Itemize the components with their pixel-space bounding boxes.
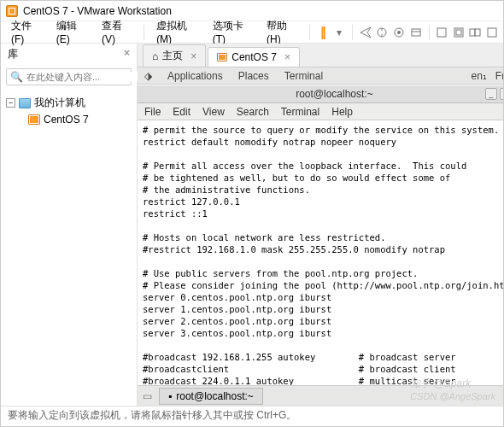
vm-icon [217,53,227,61]
separator [429,25,430,40]
svg-rect-8 [475,29,480,36]
gnome-apps[interactable]: Applications [167,70,223,82]
separator [309,25,310,40]
svg-point-2 [397,31,401,34]
close-icon[interactable]: × [124,47,130,61]
tree-root[interactable]: − 我的计算机 [6,94,132,112]
separator [352,25,353,40]
terminal-icon: ▪ [168,390,172,402]
gnome-topbar: ⬗ Applications Places Terminal en₁ Fri 1… [138,67,504,85]
view2-icon[interactable] [451,24,466,41]
terminal-title: root@localhost:~ [296,88,373,100]
status-bar: 要将输入定向到该虚拟机，请将鼠标指针移入其中或按 Ctrl+G。 [1,406,503,424]
computer-icon [19,98,31,108]
term-menu-view[interactable]: View [202,106,225,118]
tab-vm-label: CentOS 7 [231,51,277,63]
dropdown-icon[interactable]: ▾ [331,24,347,41]
home-icon: ⌂ [152,50,158,62]
window-title: CentOS 7 - VMware Workstation [23,5,172,17]
tree-vm[interactable]: CentOS 7 [6,112,132,127]
terminal-menubar: File Edit View Search Terminal Help [138,103,504,120]
tab-vm[interactable]: CentOS 7 × [208,47,300,67]
collapse-icon[interactable]: − [6,98,15,108]
view1-icon[interactable] [434,24,449,41]
gnome-terminal[interactable]: Terminal [284,70,323,82]
view3-icon[interactable] [468,24,483,41]
vm-icon [28,114,40,125]
tree-root-label: 我的计算机 [34,96,85,110]
fullscreen-icon[interactable] [484,24,500,41]
separator [144,25,144,40]
term-menu-search[interactable]: Search [237,106,269,118]
tree-vm-label: CentOS 7 [44,114,89,126]
tab-home-label: 主页 [162,49,183,63]
manage-icon[interactable] [408,24,424,41]
gnome-taskbar: ▭ ▪ root@localhost:~ [138,385,504,406]
app-icon [6,5,18,17]
app-menubar: 文件(F) 编辑(E) 查看(V) 虚拟机(M) 选项卡(T) 帮助(H) ||… [1,21,503,44]
tab-home[interactable]: ⌂ 主页 × [143,44,206,67]
gnome-lang[interactable]: en₁ [471,70,486,82]
gnome-time: Fri 12: [495,70,504,82]
library-search[interactable]: 🔍 ▼ [6,68,132,85]
vm-panel: ⌂ 主页 × CentOS 7 × ⬗ Applications Places … [138,44,504,406]
send-icon[interactable] [358,24,373,41]
terminal-titlebar: root@localhost:~ _ □ × [138,85,504,103]
terminal-content[interactable]: # permit the source to query or modify t… [138,120,504,385]
gnome-places[interactable]: Places [238,70,269,82]
search-input[interactable] [26,72,144,82]
taskbar-app-label: root@localhost:~ [176,390,254,402]
library-header: 库 [8,47,18,61]
show-desktop-icon[interactable]: ▭ [143,390,152,402]
pause-button[interactable]: || [315,24,331,41]
snapshot-icon[interactable] [375,24,390,41]
term-menu-file[interactable]: File [144,106,161,118]
close-icon[interactable]: × [284,51,290,63]
svg-rect-6 [456,30,461,35]
maximize-icon[interactable]: □ [500,88,504,100]
minimize-icon[interactable]: _ [485,88,497,100]
tab-bar: ⌂ 主页 × CentOS 7 × [138,44,504,67]
library-tree: − 我的计算机 CentOS 7 [1,89,137,132]
library-panel: 库× 🔍 ▼ − 我的计算机 CentOS 7 [1,44,138,406]
status-text: 要将输入定向到该虚拟机，请将鼠标指针移入其中或按 Ctrl+G。 [8,408,296,423]
svg-rect-4 [437,28,446,37]
search-icon: 🔍 [10,71,23,83]
term-menu-terminal[interactable]: Terminal [281,106,319,118]
gnome-activities-icon[interactable]: ⬗ [144,70,152,82]
close-icon[interactable]: × [190,50,196,62]
snapshot2-icon[interactable] [391,24,407,41]
svg-rect-3 [412,29,420,36]
taskbar-app[interactable]: ▪ root@localhost:~ [159,388,263,405]
svg-rect-9 [488,28,496,37]
term-menu-help[interactable]: Help [331,106,353,118]
term-menu-edit[interactable]: Edit [173,106,190,118]
svg-rect-7 [470,29,475,36]
